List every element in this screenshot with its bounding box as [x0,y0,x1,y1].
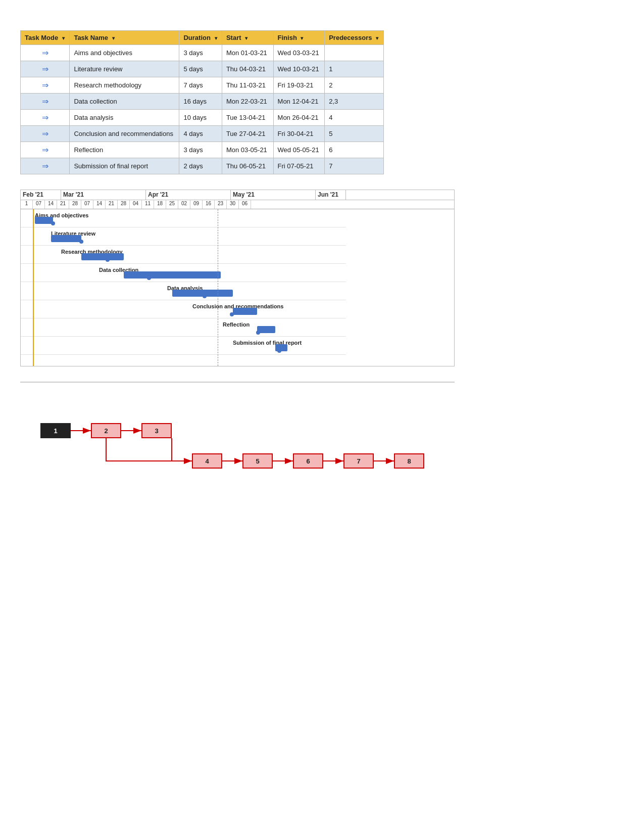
task-name-cell: Submission of final report [70,158,179,174]
month-jun: Jun '21 [316,190,346,200]
month-apr: Apr '21 [146,190,231,200]
nd-box-5: 5 [242,453,273,469]
week-21a: 21 [57,200,69,209]
week-16: 16 [203,200,215,209]
finish-cell: Wed 10-03-21 [273,61,325,77]
task-mode-cell: ⇒ [21,110,70,126]
gantt-table: Task Mode ▾ Task Name ▾ Duration ▾ Start… [20,30,384,174]
gantt-dot-1 [51,221,55,225]
task-name-cell: Reflection [70,142,179,158]
nd-box-3-label: 3 [155,427,158,435]
gantt-row-6: Conclusion and recommendations [21,300,346,318]
duration-cell: 3 days [179,45,222,61]
network-diagram-section: 1 2 3 4 5 6 7 8 [20,382,455,494]
week-07b: 07 [81,200,93,209]
week-14a: 14 [45,200,57,209]
task-mode-header-label: Task Mode [25,34,58,41]
task-mode-dropdown-icon[interactable]: ▾ [62,35,65,41]
month-feb: Feb '21 [21,190,61,200]
duration-cell: 4 days [179,126,222,142]
predecessors-cell: 7 [325,158,384,174]
task-mode-icon: ⇒ [42,80,48,90]
today-line [218,209,218,366]
task-mode-icon: ⇒ [42,48,48,58]
duration-cell: 16 days [179,94,222,110]
task-mode-cell: ⇒ [21,158,70,174]
task-mode-icon: ⇒ [42,97,48,106]
task-mode-icon: ⇒ [42,113,48,122]
gantt-label-7: Reflection [223,321,250,328]
gantt-row-7: Reflection [21,318,346,337]
table-row: ⇒Data analysis10 daysTue 13-04-21Mon 26-… [21,110,384,126]
start-cell: Thu 04-03-21 [222,61,273,77]
nd-box-1: 1 [40,423,71,438]
gantt-row-5: Data analysis [21,282,346,300]
duration-cell: 7 days [179,77,222,94]
task-name-dropdown-icon[interactable]: ▾ [112,35,115,41]
duration-cell: 10 days [179,110,222,126]
finish-cell: Wed 03-03-21 [273,45,325,61]
task-mode-cell: ⇒ [21,126,70,142]
th-predecessors: Predecessors ▾ [325,31,384,45]
week-04: 04 [130,200,142,209]
predecessors-cell: 1 [325,61,384,77]
gantt-row-4: Data collection [21,264,346,282]
pred-dropdown-icon[interactable]: ▾ [376,35,378,41]
task-name-cell: Literature review [70,61,179,77]
gantt-dot-3 [106,258,110,262]
start-dropdown-icon[interactable]: ▾ [245,35,247,41]
gantt-row-1: Aims and objectives [21,209,346,227]
week-25: 25 [166,200,178,209]
nd-box-6: 6 [293,453,323,469]
task-mode-icon: ⇒ [42,64,48,74]
gantt-dot-7 [256,331,260,335]
finish-dropdown-icon[interactable]: ▾ [301,35,303,41]
week-21b: 21 [106,200,118,209]
task-name-header-label: Task Name [74,34,108,41]
gantt-label-8: Submission of final report [233,340,302,346]
network-arrows-svg [20,393,434,494]
task-mode-cell: ⇒ [21,77,70,94]
start-cell: Mon 01-03-21 [222,45,273,61]
finish-cell: Fri 19-03-21 [273,77,325,94]
gantt-bar-3 [81,253,124,260]
week-30: 30 [227,200,239,209]
month-mar: Mar '21 [61,190,146,200]
week-28a: 28 [69,200,81,209]
finish-cell: Mon 26-04-21 [273,110,325,126]
predecessors-cell: 4 [325,110,384,126]
table-row: ⇒Literature review5 daysThu 04-03-21Wed … [21,61,384,77]
gantt-body: Aims and objectives Literature review Re… [21,209,346,366]
start-cell: Tue 13-04-21 [222,110,273,126]
th-start: Start ▾ [222,31,273,45]
nd-box-4-label: 4 [205,457,209,465]
gantt-dot-8 [277,349,281,353]
nd-box-8-label: 8 [407,457,411,465]
nd-box-8: 8 [394,453,424,469]
week-11: 11 [142,200,154,209]
table-row: ⇒Reflection3 daysMon 03-05-21Wed 05-05-2… [21,142,384,158]
gantt-chart-section: Feb '21 Mar '21 Apr '21 May '21 Jun '21 … [20,190,455,366]
finish-cell: Wed 05-05-21 [273,142,325,158]
task-name-cell: Research methodology [70,77,179,94]
duration-dropdown-icon[interactable]: ▾ [215,35,217,41]
task-mode-cell: ⇒ [21,142,70,158]
table-row: ⇒Data collection16 daysMon 22-03-21Mon 1… [21,94,384,110]
predecessors-cell: 2,3 [325,94,384,110]
week-18: 18 [154,200,166,209]
th-duration: Duration ▾ [179,31,222,45]
week-09: 09 [190,200,203,209]
task-name-cell: Aims and objectives [70,45,179,61]
nd-box-5-label: 5 [256,457,259,465]
task-mode-icon: ⇒ [42,129,48,138]
task-mode-cell: ⇒ [21,61,70,77]
duration-cell: 3 days [179,142,222,158]
gantt-month-row: Feb '21 Mar '21 Apr '21 May '21 Jun '21 [21,190,454,200]
gantt-dot-6 [230,312,234,316]
th-finish: Finish ▾ [273,31,325,45]
week-02: 02 [178,200,190,209]
week-14b: 14 [93,200,106,209]
project-start-line [33,209,34,366]
nd-box-2-label: 2 [104,427,108,435]
task-name-cell: Conclusion and recommendations [70,126,179,142]
